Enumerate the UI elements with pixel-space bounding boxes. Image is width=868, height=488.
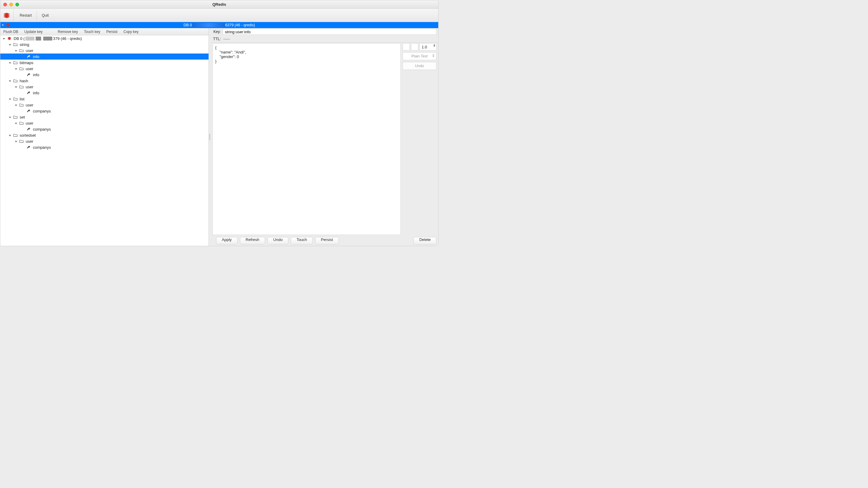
tree-label: list [20, 97, 25, 101]
chevron-down-icon[interactable] [15, 121, 18, 125]
color-swatch-a[interactable] [403, 43, 410, 51]
splitter-handle[interactable] [209, 28, 211, 246]
chevron-down-icon[interactable] [15, 84, 18, 89]
chevron-down-icon [433, 56, 434, 57]
window-controls [0, 3, 19, 6]
db-label-suffix: 379 (46 - qredis) [53, 36, 82, 41]
tree-folder-list[interactable]: list [0, 96, 209, 102]
chevron-down-icon[interactable] [9, 115, 12, 119]
editor-side-controls: 1.0 Plain Text Undo [401, 43, 436, 235]
tree-folder-user[interactable]: user [0, 66, 209, 72]
update-key-button[interactable]: Update key [21, 30, 45, 34]
tab-title-suffix: 6379 (46 - qredis) [225, 23, 255, 27]
tree-key-sortedset-user-companys[interactable]: companys [0, 144, 209, 150]
persist-button[interactable]: Persist [103, 30, 121, 34]
close-icon[interactable] [3, 3, 7, 6]
chevron-down-icon[interactable] [15, 139, 18, 143]
tree-label: user [26, 139, 33, 144]
toolbar: Restart Quit [0, 9, 438, 22]
folder-icon [19, 66, 24, 71]
tree-folder-string[interactable]: string [0, 41, 209, 48]
tree-key-list-user-companys[interactable]: companys [0, 108, 209, 114]
tree-label: user [26, 66, 33, 71]
color-swatch-b[interactable] [411, 43, 418, 51]
ttl-row: TTL: ----- [211, 35, 438, 42]
tab-title[interactable]: DB 0 6379 (46 - qredis) [0, 23, 438, 27]
refresh-button[interactable]: Refresh [240, 237, 266, 244]
remove-key-button[interactable]: Remove key [55, 30, 81, 34]
tree-key-bitmaps-user-info[interactable]: info [0, 72, 209, 78]
tree-label: hash [20, 79, 28, 83]
side-undo-button[interactable]: Undo [403, 62, 436, 70]
value-editor[interactable]: { "name": "Andi", "gender": 0 } [213, 43, 401, 235]
db-redacted [25, 37, 34, 40]
restart-button[interactable]: Restart [16, 13, 36, 18]
tree-folder-hash[interactable]: hash [0, 78, 209, 84]
ttl-value: ----- [223, 37, 436, 41]
key-icon [26, 145, 31, 150]
tree-folder-set[interactable]: set [0, 114, 209, 120]
chevron-down-icon[interactable] [9, 96, 12, 101]
chevron-down-icon[interactable] [15, 48, 18, 53]
tree-folder-sortedset[interactable]: sortedset [0, 132, 209, 138]
key-label: Key: [213, 30, 223, 34]
touch-key-button[interactable]: Touch key [81, 30, 103, 34]
folder-icon [19, 48, 24, 53]
tree-key-set-user-companys[interactable]: companys [0, 126, 209, 132]
key-icon [26, 54, 31, 59]
tree-folder-user[interactable]: user [0, 84, 209, 90]
left-toolbar: Flush DB Update key Remove key Touch key… [0, 28, 209, 35]
apply-button[interactable]: Apply [216, 237, 238, 244]
tree-folder-user[interactable]: user [0, 48, 209, 54]
tree-folder-user[interactable]: user [0, 102, 209, 108]
minimize-icon[interactable] [9, 3, 13, 6]
tree-label: companys [33, 127, 51, 131]
undo-button[interactable]: Undo [268, 237, 288, 244]
chevron-down-icon[interactable] [433, 45, 435, 47]
key-tree[interactable]: DB 0 ( 379 (46 - qredis) string use [0, 35, 209, 246]
tree-folder-bitmaps[interactable]: bitmaps [0, 60, 209, 66]
chevron-down-icon[interactable] [9, 133, 12, 137]
chevron-down-icon[interactable] [9, 78, 12, 83]
persist-footer-button[interactable]: Persist [315, 237, 339, 244]
folder-icon [13, 96, 18, 101]
tree-label: set [20, 115, 25, 119]
flush-db-button[interactable]: Flush DB [0, 30, 21, 34]
footer: Apply Refresh Undo Touch Persist Delete [211, 236, 438, 246]
tree-key-string-user-info[interactable]: info [0, 54, 209, 60]
chevron-down-icon[interactable] [15, 102, 18, 107]
tree-label: companys [33, 109, 51, 113]
delete-button[interactable]: Delete [413, 237, 436, 244]
tree-label: sortedset [20, 133, 36, 138]
tree-label: companys [33, 145, 51, 150]
tree-db-node[interactable]: DB 0 ( 379 (46 - qredis) [0, 35, 209, 41]
tab-title-prefix: DB 0 [183, 23, 192, 27]
tree-folder-user[interactable]: user [0, 138, 209, 144]
chevron-up-icon[interactable] [433, 44, 435, 45]
touch-button[interactable]: Touch [291, 237, 313, 244]
chevron-down-icon[interactable] [15, 66, 18, 71]
db-label-prefix: DB 0 ( [13, 36, 25, 41]
db-redacted [43, 37, 52, 40]
chevron-down-icon[interactable] [9, 42, 12, 47]
tree-label: user [26, 121, 33, 125]
copy-key-button[interactable]: Copy key [120, 30, 142, 34]
folder-icon [19, 102, 24, 107]
tab-redis-icon [6, 23, 10, 27]
chevron-down-icon[interactable] [3, 36, 6, 40]
format-select-label: Plain Text [411, 54, 428, 58]
font-size-stepper[interactable]: 1.0 [420, 43, 436, 51]
font-size-value: 1.0 [422, 45, 427, 49]
maximize-icon[interactable] [16, 3, 19, 6]
window-title: QRedis [0, 2, 438, 7]
database-icon [7, 36, 12, 41]
tree-folder-user[interactable]: user [0, 120, 209, 126]
quit-button[interactable]: Quit [37, 13, 53, 18]
tree-key-hash-user-info[interactable]: info [0, 90, 209, 96]
chevron-down-icon[interactable] [9, 60, 12, 65]
key-icon [26, 72, 31, 77]
tab-close-icon[interactable]: × [0, 23, 5, 27]
key-input[interactable] [223, 29, 436, 35]
format-select[interactable]: Plain Text [403, 52, 436, 60]
value-area: { "name": "Andi", "gender": 0 } 1.0 Plai… [211, 42, 438, 236]
